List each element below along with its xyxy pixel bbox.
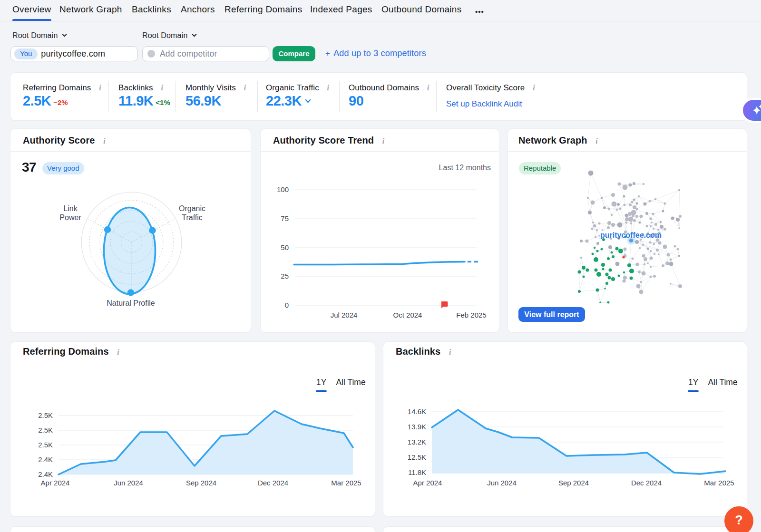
svg-text:14.6K: 14.6K: [408, 407, 426, 416]
svg-text:Apr 2024: Apr 2024: [413, 479, 442, 487]
svg-text:Mar 2025: Mar 2025: [331, 479, 361, 487]
svg-text:2.5K: 2.5K: [38, 441, 53, 449]
svg-text:Jun 2024: Jun 2024: [114, 479, 143, 487]
svg-text:Sep 2024: Sep 2024: [186, 479, 216, 487]
svg-text:Link: Link: [63, 204, 78, 213]
svg-text:75: 75: [281, 214, 289, 222]
svg-text:2.5K: 2.5K: [38, 426, 53, 434]
svg-text:100: 100: [277, 185, 289, 193]
svg-text:50: 50: [281, 243, 289, 251]
svg-text:Traffic: Traffic: [182, 213, 203, 222]
svg-text:Jun 2024: Jun 2024: [487, 479, 517, 487]
svg-text:Apr 2024: Apr 2024: [41, 479, 70, 487]
svg-text:2.4K: 2.4K: [38, 455, 53, 464]
svg-text:13.9K: 13.9K: [408, 423, 426, 431]
svg-text:12.5K: 12.5K: [408, 453, 426, 461]
svg-text:2.5K: 2.5K: [38, 411, 53, 419]
svg-text:25: 25: [281, 272, 289, 280]
svg-text:Sep 2024: Sep 2024: [558, 479, 589, 487]
svg-text:Dec 2024: Dec 2024: [258, 479, 288, 487]
svg-text:11.8K: 11.8K: [408, 468, 426, 476]
svg-text:Power: Power: [59, 213, 81, 222]
svg-text:Jul 2024: Jul 2024: [331, 311, 358, 319]
svg-text:Dec 2024: Dec 2024: [631, 479, 662, 487]
svg-text:13.2K: 13.2K: [408, 438, 426, 446]
svg-text:Oct 2024: Oct 2024: [393, 311, 422, 319]
svg-text:Organic: Organic: [179, 204, 205, 213]
svg-text:0: 0: [285, 301, 289, 309]
svg-text:Natural Profile: Natural Profile: [107, 299, 155, 307]
svg-text:Feb 2025: Feb 2025: [456, 311, 486, 319]
svg-text:Mar 2025: Mar 2025: [704, 479, 734, 487]
svg-text:2.4K: 2.4K: [38, 470, 53, 478]
